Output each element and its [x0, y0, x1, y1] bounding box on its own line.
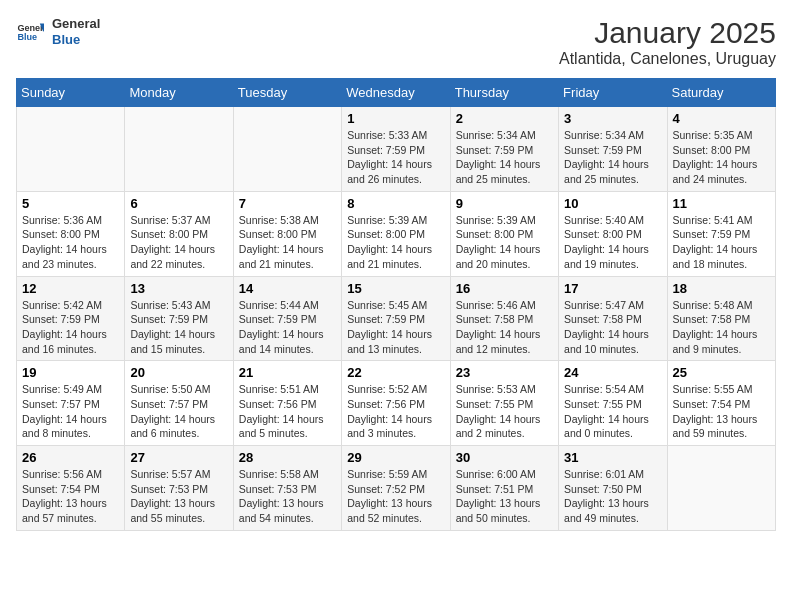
calendar-cell: 27Sunrise: 5:57 AM Sunset: 7:53 PM Dayli… [125, 446, 233, 531]
day-number: 22 [347, 365, 444, 380]
week-row-4: 19Sunrise: 5:49 AM Sunset: 7:57 PM Dayli… [17, 361, 776, 446]
calendar-cell: 18Sunrise: 5:48 AM Sunset: 7:58 PM Dayli… [667, 276, 775, 361]
calendar-cell: 12Sunrise: 5:42 AM Sunset: 7:59 PM Dayli… [17, 276, 125, 361]
weekday-friday: Friday [559, 79, 667, 107]
title-block: January 2025 Atlantida, Canelones, Urugu… [559, 16, 776, 68]
day-info: Sunrise: 5:40 AM Sunset: 8:00 PM Dayligh… [564, 213, 661, 272]
day-info: Sunrise: 5:39 AM Sunset: 8:00 PM Dayligh… [347, 213, 444, 272]
day-number: 17 [564, 281, 661, 296]
day-info: Sunrise: 5:54 AM Sunset: 7:55 PM Dayligh… [564, 382, 661, 441]
day-info: Sunrise: 5:57 AM Sunset: 7:53 PM Dayligh… [130, 467, 227, 526]
day-info: Sunrise: 5:42 AM Sunset: 7:59 PM Dayligh… [22, 298, 119, 357]
day-number: 30 [456, 450, 553, 465]
day-number: 13 [130, 281, 227, 296]
day-number: 2 [456, 111, 553, 126]
calendar-cell: 11Sunrise: 5:41 AM Sunset: 7:59 PM Dayli… [667, 191, 775, 276]
calendar-cell: 7Sunrise: 5:38 AM Sunset: 8:00 PM Daylig… [233, 191, 341, 276]
weekday-thursday: Thursday [450, 79, 558, 107]
calendar-cell: 17Sunrise: 5:47 AM Sunset: 7:58 PM Dayli… [559, 276, 667, 361]
day-info: Sunrise: 5:56 AM Sunset: 7:54 PM Dayligh… [22, 467, 119, 526]
calendar-cell: 30Sunrise: 6:00 AM Sunset: 7:51 PM Dayli… [450, 446, 558, 531]
day-number: 4 [673, 111, 770, 126]
calendar-cell: 9Sunrise: 5:39 AM Sunset: 8:00 PM Daylig… [450, 191, 558, 276]
weekday-saturday: Saturday [667, 79, 775, 107]
calendar-cell: 10Sunrise: 5:40 AM Sunset: 8:00 PM Dayli… [559, 191, 667, 276]
calendar-cell: 29Sunrise: 5:59 AM Sunset: 7:52 PM Dayli… [342, 446, 450, 531]
weekday-wednesday: Wednesday [342, 79, 450, 107]
day-number: 12 [22, 281, 119, 296]
weekday-header-row: SundayMondayTuesdayWednesdayThursdayFrid… [17, 79, 776, 107]
day-info: Sunrise: 5:33 AM Sunset: 7:59 PM Dayligh… [347, 128, 444, 187]
calendar-cell: 24Sunrise: 5:54 AM Sunset: 7:55 PM Dayli… [559, 361, 667, 446]
calendar-cell: 14Sunrise: 5:44 AM Sunset: 7:59 PM Dayli… [233, 276, 341, 361]
day-number: 1 [347, 111, 444, 126]
day-number: 8 [347, 196, 444, 211]
logo-blue: Blue [52, 32, 100, 48]
day-number: 3 [564, 111, 661, 126]
day-info: Sunrise: 5:45 AM Sunset: 7:59 PM Dayligh… [347, 298, 444, 357]
calendar-table: SundayMondayTuesdayWednesdayThursdayFrid… [16, 78, 776, 531]
day-number: 19 [22, 365, 119, 380]
day-info: Sunrise: 5:53 AM Sunset: 7:55 PM Dayligh… [456, 382, 553, 441]
calendar-cell: 4Sunrise: 5:35 AM Sunset: 8:00 PM Daylig… [667, 107, 775, 192]
calendar-cell: 31Sunrise: 6:01 AM Sunset: 7:50 PM Dayli… [559, 446, 667, 531]
week-row-1: 1Sunrise: 5:33 AM Sunset: 7:59 PM Daylig… [17, 107, 776, 192]
logo-general: General [52, 16, 100, 32]
day-info: Sunrise: 5:48 AM Sunset: 7:58 PM Dayligh… [673, 298, 770, 357]
calendar-cell: 1Sunrise: 5:33 AM Sunset: 7:59 PM Daylig… [342, 107, 450, 192]
day-number: 25 [673, 365, 770, 380]
weekday-monday: Monday [125, 79, 233, 107]
day-number: 15 [347, 281, 444, 296]
calendar-cell: 5Sunrise: 5:36 AM Sunset: 8:00 PM Daylig… [17, 191, 125, 276]
calendar-cell: 6Sunrise: 5:37 AM Sunset: 8:00 PM Daylig… [125, 191, 233, 276]
calendar-cell [667, 446, 775, 531]
calendar-cell: 23Sunrise: 5:53 AM Sunset: 7:55 PM Dayli… [450, 361, 558, 446]
day-number: 9 [456, 196, 553, 211]
day-number: 7 [239, 196, 336, 211]
calendar-title: January 2025 [559, 16, 776, 50]
calendar-cell [233, 107, 341, 192]
weekday-tuesday: Tuesday [233, 79, 341, 107]
calendar-cell: 20Sunrise: 5:50 AM Sunset: 7:57 PM Dayli… [125, 361, 233, 446]
day-info: Sunrise: 5:47 AM Sunset: 7:58 PM Dayligh… [564, 298, 661, 357]
calendar-body: 1Sunrise: 5:33 AM Sunset: 7:59 PM Daylig… [17, 107, 776, 531]
calendar-cell: 16Sunrise: 5:46 AM Sunset: 7:58 PM Dayli… [450, 276, 558, 361]
day-info: Sunrise: 5:52 AM Sunset: 7:56 PM Dayligh… [347, 382, 444, 441]
day-number: 5 [22, 196, 119, 211]
day-number: 21 [239, 365, 336, 380]
day-number: 20 [130, 365, 227, 380]
day-info: Sunrise: 5:51 AM Sunset: 7:56 PM Dayligh… [239, 382, 336, 441]
day-number: 23 [456, 365, 553, 380]
day-number: 27 [130, 450, 227, 465]
day-info: Sunrise: 5:55 AM Sunset: 7:54 PM Dayligh… [673, 382, 770, 441]
calendar-cell: 2Sunrise: 5:34 AM Sunset: 7:59 PM Daylig… [450, 107, 558, 192]
calendar-cell [125, 107, 233, 192]
page-header: General Blue General Blue January 2025 A… [16, 16, 776, 68]
calendar-cell: 15Sunrise: 5:45 AM Sunset: 7:59 PM Dayli… [342, 276, 450, 361]
calendar-cell: 25Sunrise: 5:55 AM Sunset: 7:54 PM Dayli… [667, 361, 775, 446]
day-number: 28 [239, 450, 336, 465]
day-info: Sunrise: 6:01 AM Sunset: 7:50 PM Dayligh… [564, 467, 661, 526]
day-number: 31 [564, 450, 661, 465]
day-info: Sunrise: 5:41 AM Sunset: 7:59 PM Dayligh… [673, 213, 770, 272]
weekday-sunday: Sunday [17, 79, 125, 107]
week-row-2: 5Sunrise: 5:36 AM Sunset: 8:00 PM Daylig… [17, 191, 776, 276]
calendar-cell: 3Sunrise: 5:34 AM Sunset: 7:59 PM Daylig… [559, 107, 667, 192]
day-info: Sunrise: 5:34 AM Sunset: 7:59 PM Dayligh… [564, 128, 661, 187]
logo: General Blue General Blue [16, 16, 100, 47]
day-info: Sunrise: 5:37 AM Sunset: 8:00 PM Dayligh… [130, 213, 227, 272]
day-info: Sunrise: 5:34 AM Sunset: 7:59 PM Dayligh… [456, 128, 553, 187]
svg-text:Blue: Blue [17, 32, 37, 42]
calendar-cell: 13Sunrise: 5:43 AM Sunset: 7:59 PM Dayli… [125, 276, 233, 361]
day-info: Sunrise: 6:00 AM Sunset: 7:51 PM Dayligh… [456, 467, 553, 526]
day-info: Sunrise: 5:58 AM Sunset: 7:53 PM Dayligh… [239, 467, 336, 526]
week-row-5: 26Sunrise: 5:56 AM Sunset: 7:54 PM Dayli… [17, 446, 776, 531]
calendar-cell: 26Sunrise: 5:56 AM Sunset: 7:54 PM Dayli… [17, 446, 125, 531]
day-info: Sunrise: 5:49 AM Sunset: 7:57 PM Dayligh… [22, 382, 119, 441]
day-info: Sunrise: 5:43 AM Sunset: 7:59 PM Dayligh… [130, 298, 227, 357]
calendar-subtitle: Atlantida, Canelones, Uruguay [559, 50, 776, 68]
calendar-cell: 21Sunrise: 5:51 AM Sunset: 7:56 PM Dayli… [233, 361, 341, 446]
day-number: 14 [239, 281, 336, 296]
day-number: 6 [130, 196, 227, 211]
calendar-cell [17, 107, 125, 192]
